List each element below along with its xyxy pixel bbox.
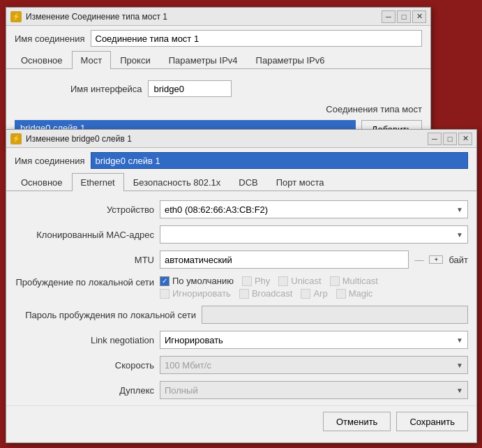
mtu-controls: + [429, 255, 443, 264]
speed-value: 100 Мбит/с [165, 360, 211, 371]
interface-input[interactable] [148, 80, 232, 97]
wol-phy[interactable]: Phy [242, 276, 270, 286]
bridge-section-label: Соединения типа мост [15, 103, 422, 117]
negotiation-dropdown[interactable]: Игнорировать ▼ [160, 331, 468, 349]
conn-name-row-1: Имя соединения [6, 26, 430, 51]
window-icon: ⚡ [10, 11, 22, 22]
mtu-row: MTU — + байт [6, 247, 476, 272]
wol-default-label: По умолчанию [172, 276, 234, 286]
device-label: Устройство [15, 204, 154, 215]
duplex-label: Дуплекс [15, 385, 154, 396]
wol-ignore-label: Игнорировать [172, 288, 231, 299]
tab-ipv4[interactable]: Параметры IPv4 [160, 51, 247, 69]
wol-magic-checkbox[interactable] [336, 289, 346, 299]
minimize-button-2[interactable]: ─ [428, 133, 442, 145]
device-value: eth0 (08:62:66:A3:CB:F2) [165, 204, 268, 215]
mtu-increment[interactable]: + [429, 255, 443, 264]
duplex-row: Дуплекс Полный ▼ [6, 378, 476, 403]
cancel-button[interactable]: Отменить [323, 412, 391, 431]
mac-row: Клонированный МАС-адрес ▼ [6, 222, 476, 247]
wol-label: Пробуждение по локальной сети [15, 276, 154, 288]
mtu-dash: — [414, 255, 423, 265]
wol-unicast[interactable]: Unicast [278, 276, 321, 286]
wol-options: По умолчанию Phy Unicast Multicast [160, 276, 378, 299]
wol-magic[interactable]: Magic [336, 288, 373, 299]
mac-dropdown[interactable]: ▼ [160, 225, 468, 244]
mtu-label: MTU [15, 255, 154, 265]
tab-ipv6[interactable]: Параметры IPv6 [247, 51, 334, 69]
tab-dcb[interactable]: DCB [229, 173, 266, 191]
wol-unicast-label: Unicast [291, 276, 321, 286]
wol-unicast-checkbox[interactable] [278, 276, 288, 286]
wol-multicast[interactable]: Multicast [330, 276, 378, 286]
interface-label: Имя интерфейса [70, 84, 142, 94]
maximize-button-2[interactable]: □ [443, 133, 457, 145]
wol-line-1: По умолчанию Phy Unicast Multicast [160, 276, 378, 286]
pwd-row: Пароль пробуждения по локальной сети [6, 302, 476, 327]
pwd-label: Пароль пробуждения по локальной сети [15, 310, 196, 320]
mtu-input[interactable] [160, 251, 409, 269]
tab-bridge[interactable]: Мост [72, 51, 112, 69]
titlebar-ethernet: ⚡ Изменение bridge0 слейв 1 ─ □ ✕ [6, 130, 476, 148]
device-dropdown-arrow: ▼ [456, 206, 463, 214]
close-button-2[interactable]: ✕ [458, 133, 472, 145]
minimize-button-1[interactable]: ─ [382, 10, 396, 23]
wol-line-2: Игнорировать Broadcast Arp Magic [160, 288, 378, 299]
speed-dropdown-arrow: ▼ [456, 361, 463, 369]
wol-magic-label: Magic [349, 288, 373, 299]
negotiation-label: Link negotiation [15, 335, 154, 345]
device-row: Устройство eth0 (08:62:66:A3:CB:F2) ▼ [6, 197, 476, 222]
mtu-unit: байт [449, 255, 468, 265]
wol-phy-checkbox[interactable] [242, 276, 252, 286]
maximize-button-1[interactable]: □ [397, 10, 411, 23]
speed-row: Скорость 100 Мбит/с ▼ [6, 352, 476, 378]
wol-default-checkbox[interactable] [160, 276, 170, 286]
mac-dropdown-arrow: ▼ [456, 231, 463, 239]
interface-row: Имя интерфейса [6, 75, 430, 103]
titlebar-bridge: ⚡ Изменение Соединение типа мост 1 ─ □ ✕ [6, 8, 430, 26]
wol-multicast-label: Multicast [342, 276, 378, 286]
tab-basic-1[interactable]: Основное [12, 51, 72, 69]
duplex-dropdown[interactable]: Полный ▼ [160, 381, 468, 399]
tab-security-8021x[interactable]: Безопасность 802.1x [124, 173, 230, 191]
device-dropdown[interactable]: eth0 (08:62:66:A3:CB:F2) ▼ [160, 200, 468, 218]
pwd-input[interactable] [202, 306, 468, 324]
close-button-1[interactable]: ✕ [412, 10, 426, 23]
tab-proxy[interactable]: Прокси [111, 51, 159, 69]
wol-multicast-checkbox[interactable] [330, 276, 340, 286]
window2-content: Устройство eth0 (08:62:66:A3:CB:F2) ▼ Кл… [6, 191, 476, 442]
wol-ignore-checkbox[interactable] [160, 289, 170, 299]
button-bar: Отменить Сохранить [6, 405, 476, 437]
wol-arp-checkbox[interactable] [301, 289, 310, 299]
tab-bar-1: Основное Мост Прокси Параметры IPv4 Пара… [6, 51, 430, 69]
negotiation-row: Link negotiation Игнорировать ▼ [6, 327, 476, 352]
wol-broadcast-checkbox[interactable] [239, 289, 249, 299]
duplex-dropdown-arrow: ▼ [456, 387, 463, 394]
conn-name-input-1[interactable] [91, 30, 423, 47]
wol-row: Пробуждение по локальной сети По умолчан… [6, 272, 476, 302]
wol-default[interactable]: По умолчанию [160, 276, 234, 286]
negotiation-value: Игнорировать [165, 335, 223, 345]
wol-broadcast[interactable]: Broadcast [239, 288, 293, 299]
wol-ignore[interactable]: Игнорировать [160, 288, 231, 299]
save-button[interactable]: Сохранить [396, 412, 468, 431]
tab-bar-2: Основное Ethernet Безопасность 802.1x DC… [6, 173, 476, 191]
negotiation-dropdown-arrow: ▼ [456, 336, 463, 344]
wol-phy-label: Phy [255, 276, 270, 286]
tab-basic-2[interactable]: Основное [12, 173, 72, 191]
mac-label: Клонированный МАС-адрес [15, 230, 154, 240]
window-controls-2: ─ □ ✕ [428, 133, 472, 145]
speed-label: Скорость [15, 360, 154, 371]
conn-name-label-2: Имя соединения [15, 156, 85, 166]
speed-dropdown[interactable]: 100 Мбит/с ▼ [160, 356, 468, 374]
conn-name-label-1: Имя соединения [15, 33, 85, 44]
tab-ethernet[interactable]: Ethernet [72, 173, 124, 191]
window-controls-1: ─ □ ✕ [382, 10, 426, 23]
conn-name-input-2[interactable] [91, 152, 469, 169]
wol-broadcast-label: Broadcast [252, 288, 293, 299]
wol-arp[interactable]: Arp [301, 288, 327, 299]
window-ethernet: ⚡ Изменение bridge0 слейв 1 ─ □ ✕ Имя со… [6, 129, 477, 443]
window-title-bridge: Изменение Соединение типа мост 1 [26, 12, 377, 22]
tab-bridge-port[interactable]: Порт моста [267, 173, 333, 191]
conn-name-row-2: Имя соединения [6, 148, 476, 173]
